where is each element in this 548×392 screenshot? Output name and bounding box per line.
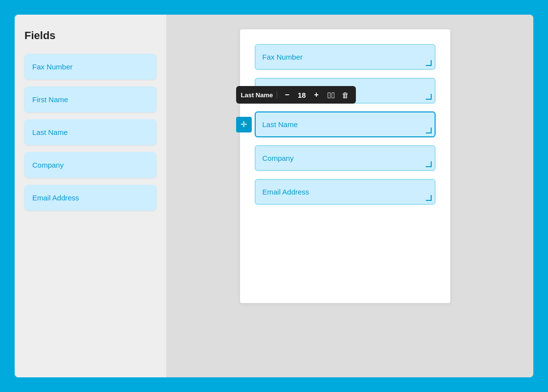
increase-font-button[interactable]: + — [310, 89, 322, 101]
canvas: Fax Number First Name Last Name − 18 + ▯… — [240, 29, 450, 303]
sidebar-item-last-name[interactable]: Last Name — [24, 119, 156, 145]
canvas-field-last-name[interactable]: Last Name — [255, 111, 436, 137]
app-container: Fields Fax Number First Name Last Name C… — [0, 0, 548, 392]
last-name-wrapper: Last Name − 18 + ▯▯ 🗑 ✛ — [255, 111, 436, 137]
sidebar-item-fax-number[interactable]: Fax Number — [24, 54, 156, 80]
fields-title: Fields — [24, 29, 156, 42]
decrease-font-button[interactable]: − — [281, 89, 293, 101]
canvas-field-email-address[interactable]: Email Address — [255, 179, 436, 205]
field-toolbar: Last Name − 18 + ▯▯ 🗑 — [236, 86, 356, 104]
canvas-field-fax-number[interactable]: Fax Number — [255, 44, 436, 70]
delete-button[interactable]: 🗑 — [340, 89, 351, 101]
font-size-display: 18 — [296, 91, 307, 99]
trash-icon: 🗑 — [342, 91, 349, 99]
canvas-wrapper: Fax Number First Name Last Name − 18 + ▯… — [166, 15, 533, 377]
move-icon: ✛ — [241, 120, 247, 129]
toolbar-label: Last Name — [241, 91, 278, 99]
duplicate-icon: ▯▯ — [327, 90, 335, 99]
main-area: Fields Fax Number First Name Last Name C… — [15, 15, 533, 377]
sidebar-item-company[interactable]: Company — [24, 152, 156, 178]
canvas-field-company[interactable]: Company — [255, 145, 436, 171]
left-panel: Fields Fax Number First Name Last Name C… — [15, 15, 166, 377]
duplicate-button[interactable]: ▯▯ — [325, 89, 337, 101]
sidebar-item-first-name[interactable]: First Name — [24, 87, 156, 112]
sidebar-item-email-address[interactable]: Email Address — [24, 185, 156, 211]
move-handle[interactable]: ✛ — [236, 117, 252, 132]
